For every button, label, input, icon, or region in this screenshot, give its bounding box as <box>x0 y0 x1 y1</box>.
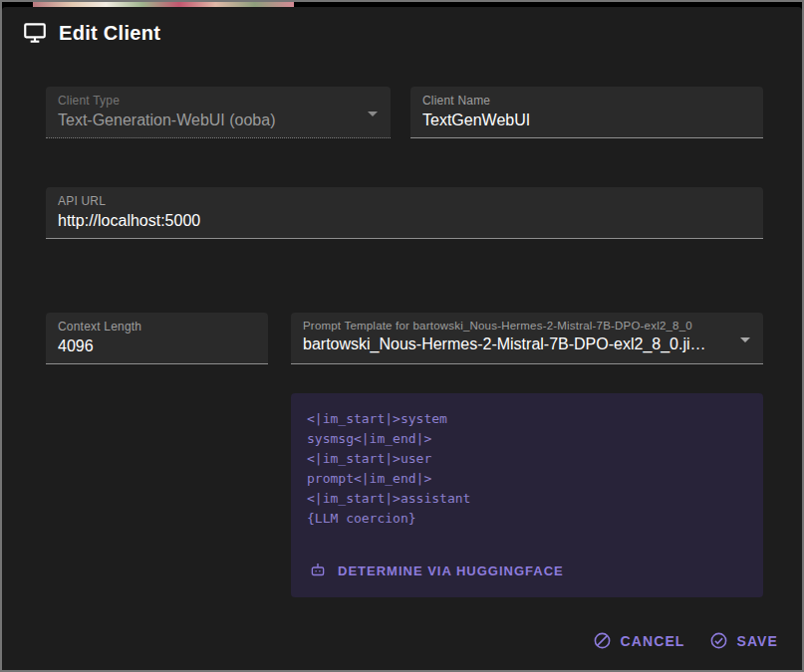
client-name-field: Client Name <box>410 87 763 138</box>
dropdown-arrow-icon <box>740 337 750 342</box>
prompt-template-value: bartowski_Nous-Hermes-2-Mistral-7B-DPO-e… <box>303 336 751 353</box>
client-type-select[interactable]: Client Type Text-Generation-WebUI (ooba) <box>46 87 391 138</box>
determine-button-label: DETERMINE VIA HUGGINGFACE <box>338 563 564 578</box>
template-line: <|im_start|>system <box>307 409 747 429</box>
template-line: sysmsg<|im_end|> <box>307 429 747 449</box>
template-line: <|im_start|>assistant <box>307 489 747 509</box>
api-url-field: API URL <box>46 187 763 239</box>
monitor-icon <box>22 20 48 46</box>
save-button-label: SAVE <box>737 633 779 649</box>
prompt-template-preview: <|im_start|>system sysmsg<|im_end|> <|im… <box>291 393 763 597</box>
context-length-field: Context Length <box>46 313 268 364</box>
cancel-icon <box>593 631 612 650</box>
context-length-input[interactable] <box>58 337 256 355</box>
prompt-template-label: Prompt Template for bartowski_Nous-Herme… <box>303 320 751 332</box>
context-length-label: Context Length <box>58 320 256 334</box>
api-url-label: API URL <box>58 194 751 208</box>
client-type-label: Client Type <box>58 94 379 108</box>
client-name-label: Client Name <box>422 94 751 108</box>
edit-client-dialog: Edit Client Client Type Text-Generation-… <box>2 7 802 670</box>
dialog-header: Edit Client <box>22 20 160 46</box>
template-line: prompt<|im_end|> <box>307 469 747 489</box>
client-name-input[interactable] <box>422 112 751 129</box>
api-url-input[interactable] <box>58 212 751 230</box>
dropdown-arrow-icon <box>368 112 378 116</box>
dialog-actions: CANCEL SAVE <box>583 623 788 658</box>
template-line: <|im_start|>user <box>307 449 747 469</box>
dialog-title: Edit Client <box>59 22 160 45</box>
prompt-template-select[interactable]: Prompt Template for bartowski_Nous-Herme… <box>291 313 763 364</box>
check-circle-icon <box>709 631 728 650</box>
save-button[interactable]: SAVE <box>699 623 789 658</box>
cancel-button[interactable]: CANCEL <box>583 623 695 658</box>
cancel-button-label: CANCEL <box>621 633 685 649</box>
client-type-value: Text-Generation-WebUI (ooba) <box>58 112 379 129</box>
determine-via-huggingface-button[interactable]: DETERMINE VIA HUGGINGFACE <box>299 554 574 587</box>
robot-icon <box>309 561 327 579</box>
edit-client-dialog-screen: Edit Client Client Type Text-Generation-… <box>0 0 804 672</box>
template-line: {LLM coercion} <box>307 509 747 529</box>
